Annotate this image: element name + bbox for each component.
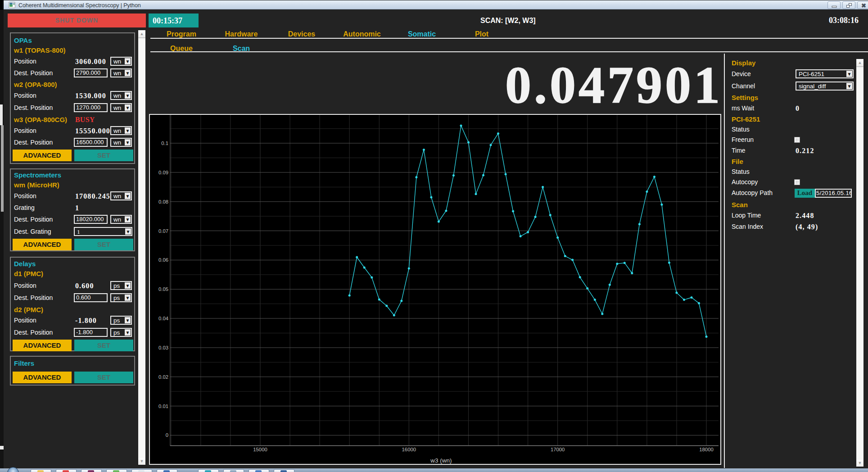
svg-text:0.08: 0.08	[158, 199, 168, 204]
svg-text:0.02: 0.02	[158, 374, 168, 380]
svg-text:0: 0	[166, 432, 168, 438]
svg-text:0.04: 0.04	[158, 316, 168, 321]
svg-text:0.09: 0.09	[158, 170, 168, 175]
svg-text:18000: 18000	[699, 447, 713, 452]
svg-text:0.01: 0.01	[158, 404, 168, 409]
svg-text:0.06: 0.06	[158, 257, 168, 263]
svg-text:w3 (wn): w3 (wn)	[430, 457, 452, 464]
svg-text:0.05: 0.05	[158, 286, 168, 292]
svg-text:15000: 15000	[253, 447, 267, 452]
svg-text:17000: 17000	[551, 447, 565, 452]
svg-text:0.07: 0.07	[158, 228, 168, 234]
svg-text:0.1: 0.1	[161, 141, 168, 146]
svg-text:0.03: 0.03	[158, 345, 168, 350]
svg-text:16000: 16000	[402, 447, 416, 452]
